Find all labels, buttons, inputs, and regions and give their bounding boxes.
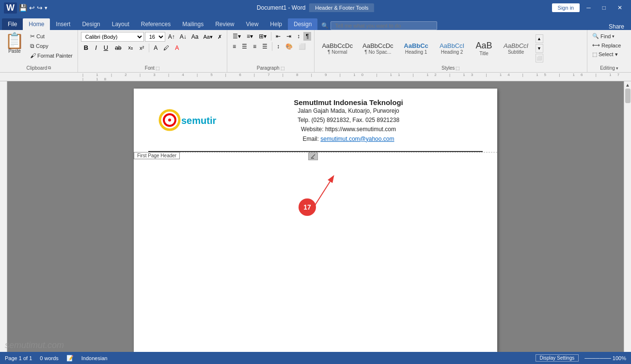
strikethrough-button[interactable]: ab xyxy=(112,44,124,52)
show-marks-button[interactable]: ¶ xyxy=(303,32,311,41)
font-size-select[interactable]: 16 xyxy=(145,32,165,42)
tab-insert[interactable]: Insert xyxy=(50,18,76,30)
email-prefix: Email: xyxy=(303,136,319,142)
numbering-button[interactable]: ≡▾ xyxy=(244,32,255,41)
tab-home[interactable]: Home xyxy=(23,18,50,30)
style-title[interactable]: AaB Title xyxy=(471,38,498,59)
replace-button[interactable]: ⟷ Replace xyxy=(590,41,623,49)
font-family-select[interactable]: Calibri (Body) xyxy=(81,32,144,42)
style-title-preview: AaB xyxy=(476,41,492,51)
signin-button[interactable]: Sign in xyxy=(552,3,580,12)
format-painter-icon: 🖌 xyxy=(30,52,36,59)
tab-design[interactable]: Design xyxy=(76,18,106,30)
style-no-spacing[interactable]: AaBbCcDc ¶ No Spac... xyxy=(358,40,398,57)
para-expand-icon[interactable]: ⬚ xyxy=(281,66,285,71)
clear-format-button[interactable]: Aa xyxy=(189,32,201,41)
copy-button[interactable]: ⧉ Copy xyxy=(28,42,75,50)
page-info: Page 1 of 1 xyxy=(5,355,32,361)
multilevel-button[interactable]: ⊞▾ xyxy=(256,32,269,41)
style-normal[interactable]: AaBbCcDc ¶ Normal xyxy=(317,40,357,57)
decrease-font-button[interactable]: A↓ xyxy=(178,32,189,41)
format-painter-button[interactable]: 🖌 Format Painter xyxy=(28,51,75,60)
font-color-button[interactable]: A xyxy=(173,44,181,52)
increase-font-button[interactable]: A↑ xyxy=(166,32,177,41)
line-spacing-button[interactable]: ↕ xyxy=(274,42,282,51)
redo-button[interactable]: ↪ xyxy=(37,4,43,12)
find-dropdown-icon: ▾ xyxy=(612,34,615,39)
tab-review[interactable]: Review xyxy=(209,18,240,30)
tab-design-contextual[interactable]: Design xyxy=(288,18,317,30)
bullets-button[interactable]: ☰▾ xyxy=(230,32,243,41)
cut-button[interactable]: ✂ Cut xyxy=(28,32,75,41)
subscript-button[interactable]: x₂ xyxy=(126,44,136,52)
logo-svg: semutimut.com xyxy=(158,108,216,132)
tab-layout[interactable]: Layout xyxy=(106,18,135,30)
paste-button[interactable]: 📋 Paste xyxy=(3,32,26,60)
statusbar-right: Display Settings ─────── 100% xyxy=(536,354,626,362)
italic-button[interactable]: I xyxy=(92,43,100,52)
display-settings[interactable]: Display Settings xyxy=(536,354,579,362)
editing-expand-icon[interactable]: ▾ xyxy=(616,66,618,71)
style-subtitle[interactable]: AaBbCcI Subtitle xyxy=(499,40,534,57)
clipboard-expand-icon[interactable]: ⧉ xyxy=(48,65,51,71)
text-effect-button[interactable]: A xyxy=(151,44,160,52)
company-logo: semutimut.com xyxy=(158,108,216,134)
company-email: Email: semutimut.com@yahoo.com xyxy=(224,135,473,144)
vertical-scrollbar[interactable]: ▲ xyxy=(624,81,631,352)
styles-group-label: Styles ⬚ xyxy=(317,64,584,72)
editing-group: 🔍 Find ▾ ⟷ Replace ⬚ Select ▾ Editing ▾ xyxy=(587,30,631,72)
tab-mailings[interactable]: Mailings xyxy=(176,18,209,30)
styles-expand-icon[interactable]: ⬚ xyxy=(456,66,460,71)
select-button[interactable]: ⬚ Select ▾ xyxy=(590,50,620,59)
font-format-row: B I U ab x₂ x² A 🖊 A xyxy=(81,43,181,52)
email-link[interactable]: semutimut.com@yahoo.com xyxy=(320,136,394,142)
restore-button[interactable]: □ xyxy=(598,4,611,11)
clear-all-button[interactable]: ✗ xyxy=(216,33,224,41)
titlebar-right: Sign in ─ □ ✕ xyxy=(552,3,627,12)
align-left-button[interactable]: ≡ xyxy=(230,42,238,51)
main-layout: | 1 | 2 | 3 | 4 | 5 | 6 | 7 | 8 | 9 | 10… xyxy=(0,73,631,364)
align-right-button[interactable]: ≡ xyxy=(251,42,259,51)
highlight-button[interactable]: 🖊 xyxy=(161,44,172,52)
editing-group-body: 🔍 Find ▾ ⟷ Replace ⬚ Select ▾ xyxy=(590,32,628,64)
document-page: semutimut.com SemutImut Indonesia Teknol… xyxy=(134,89,497,352)
bold-button[interactable]: B xyxy=(81,43,91,52)
quick-access-button[interactable]: ▾ xyxy=(45,5,47,11)
tab-view[interactable]: View xyxy=(240,18,265,30)
shading-button[interactable]: 🎨 xyxy=(283,42,295,51)
increase-indent-button[interactable]: ⇥ xyxy=(284,32,294,41)
superscript-button[interactable]: x² xyxy=(137,44,147,52)
styles-down-button[interactable]: ▼ xyxy=(536,44,543,53)
search-input[interactable] xyxy=(331,21,437,30)
underline-button[interactable]: U xyxy=(101,43,111,52)
styles-scroll-up[interactable]: ▲ ▼ ⬜ xyxy=(536,34,543,62)
change-case-button[interactable]: Aa▾ xyxy=(201,33,214,41)
styles-up-button[interactable]: ▲ xyxy=(536,34,543,43)
styles-more-button[interactable]: ⬜ xyxy=(536,54,543,62)
tab-help[interactable]: Help xyxy=(264,18,288,30)
paragraph-group-body: ☰▾ ≡▾ ⊞▾ ⇤ ⇥ ↕ ¶ ≡ ☰ ≡ ☰ ↕ 🎨 xyxy=(230,32,311,64)
company-address: Jalan Gajah Mada, Kutoarjo, Purworejo xyxy=(224,106,473,116)
align-center-button[interactable]: ☰ xyxy=(239,42,250,51)
tab-file[interactable]: File xyxy=(2,18,23,30)
scroll-up-button[interactable]: ▲ xyxy=(625,82,630,88)
titlebar: W 💾 ↩ ↪ ▾ Document1 - Word Header & Foot… xyxy=(0,0,631,15)
para-divider1 xyxy=(271,32,271,41)
annotation-container: 17 xyxy=(294,172,342,212)
style-heading2[interactable]: AaBbCcI Heading 2 xyxy=(435,40,470,57)
find-button[interactable]: 🔍 Find ▾ xyxy=(590,32,616,40)
share-button[interactable]: Share xyxy=(604,23,629,30)
save-button[interactable]: 💾 xyxy=(19,4,27,12)
borders-button[interactable]: ⬜ xyxy=(296,42,308,51)
minimize-button[interactable]: ─ xyxy=(582,4,596,11)
decrease-indent-button[interactable]: ⇤ xyxy=(273,32,283,41)
tab-references[interactable]: References xyxy=(135,18,176,30)
justify-button[interactable]: ☰ xyxy=(260,42,270,51)
undo-button[interactable]: ↩ xyxy=(29,4,35,12)
close-button[interactable]: ✕ xyxy=(613,4,627,11)
tabs-row: File Home Insert Design Layout Reference… xyxy=(0,15,631,30)
sort-button[interactable]: ↕ xyxy=(295,32,302,41)
scroll-thumb[interactable] xyxy=(625,89,631,103)
font-expand-icon[interactable]: ⬚ xyxy=(156,66,160,71)
style-heading1[interactable]: AaBbCc Heading 1 xyxy=(399,40,434,57)
